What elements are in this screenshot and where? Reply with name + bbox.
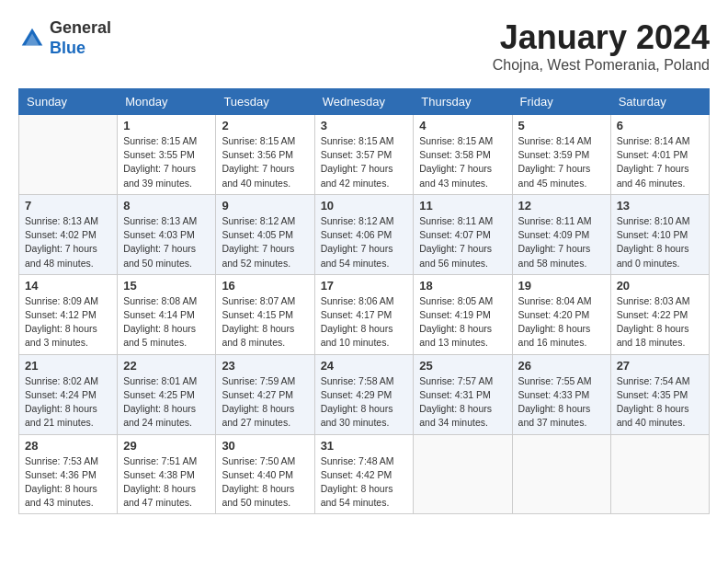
calendar-day-cell <box>414 434 512 514</box>
calendar-day-cell: 12Sunrise: 8:11 AM Sunset: 4:09 PM Dayli… <box>512 194 610 274</box>
day-info: Sunrise: 8:12 AM Sunset: 4:05 PM Dayligh… <box>222 214 308 270</box>
day-number: 24 <box>321 359 408 373</box>
calendar-day-cell <box>512 434 610 514</box>
calendar-day-cell: 16Sunrise: 8:07 AM Sunset: 4:15 PM Dayli… <box>216 274 314 354</box>
day-info: Sunrise: 8:15 AM Sunset: 3:56 PM Dayligh… <box>222 134 308 190</box>
calendar-week-row: 14Sunrise: 8:09 AM Sunset: 4:12 PM Dayli… <box>19 274 710 354</box>
calendar-day-cell: 26Sunrise: 7:55 AM Sunset: 4:33 PM Dayli… <box>512 354 610 434</box>
day-info: Sunrise: 8:09 AM Sunset: 4:12 PM Dayligh… <box>25 294 111 350</box>
day-info: Sunrise: 7:59 AM Sunset: 4:27 PM Dayligh… <box>222 374 308 431</box>
day-number: 14 <box>25 279 111 293</box>
day-info: Sunrise: 8:06 AM Sunset: 4:17 PM Dayligh… <box>321 294 408 350</box>
calendar-week-row: 1Sunrise: 8:15 AM Sunset: 3:55 PM Daylig… <box>19 115 710 195</box>
calendar-day-cell: 13Sunrise: 8:10 AM Sunset: 4:10 PM Dayli… <box>610 194 709 274</box>
day-number: 10 <box>321 199 408 213</box>
day-info: Sunrise: 8:01 AM Sunset: 4:25 PM Dayligh… <box>123 374 210 431</box>
day-number: 8 <box>123 199 210 213</box>
day-info: Sunrise: 7:53 AM Sunset: 4:36 PM Dayligh… <box>25 454 111 511</box>
day-info: Sunrise: 7:48 AM Sunset: 4:42 PM Dayligh… <box>321 454 408 511</box>
calendar-day-cell <box>610 434 709 514</box>
day-number: 3 <box>321 119 408 132</box>
day-number: 6 <box>617 119 703 132</box>
title-area: January 2024 Chojna, West Pomerania, Pol… <box>493 18 710 74</box>
day-number: 20 <box>617 279 703 293</box>
day-number: 23 <box>222 359 308 373</box>
day-info: Sunrise: 8:11 AM Sunset: 4:07 PM Dayligh… <box>419 214 506 270</box>
day-info: Sunrise: 8:15 AM Sunset: 3:57 PM Dayligh… <box>321 134 408 190</box>
day-number: 11 <box>419 199 506 213</box>
day-info: Sunrise: 7:57 AM Sunset: 4:31 PM Dayligh… <box>419 374 506 431</box>
calendar-table: SundayMondayTuesdayWednesdayThursdayFrid… <box>18 88 710 514</box>
day-number: 21 <box>25 359 111 373</box>
calendar-day-cell: 23Sunrise: 7:59 AM Sunset: 4:27 PM Dayli… <box>216 354 314 434</box>
day-number: 4 <box>419 119 506 132</box>
header: General Blue January 2024 Chojna, West P… <box>18 18 710 74</box>
weekday-header: Sunday <box>19 89 118 115</box>
day-number: 18 <box>419 279 506 293</box>
day-info: Sunrise: 7:54 AM Sunset: 4:35 PM Dayligh… <box>617 374 703 431</box>
calendar-day-cell: 7Sunrise: 8:13 AM Sunset: 4:02 PM Daylig… <box>19 194 118 274</box>
calendar-day-cell: 25Sunrise: 7:57 AM Sunset: 4:31 PM Dayli… <box>414 354 512 434</box>
calendar-day-cell: 10Sunrise: 8:12 AM Sunset: 4:06 PM Dayli… <box>314 194 414 274</box>
day-number: 30 <box>222 439 308 453</box>
logo: General Blue <box>18 18 111 58</box>
calendar-day-cell: 17Sunrise: 8:06 AM Sunset: 4:17 PM Dayli… <box>314 274 414 354</box>
day-number: 1 <box>123 119 210 132</box>
calendar-week-row: 7Sunrise: 8:13 AM Sunset: 4:02 PM Daylig… <box>19 194 710 274</box>
calendar-day-cell: 20Sunrise: 8:03 AM Sunset: 4:22 PM Dayli… <box>610 274 709 354</box>
weekday-header: Thursday <box>414 89 512 115</box>
calendar-day-cell: 24Sunrise: 7:58 AM Sunset: 4:29 PM Dayli… <box>314 354 414 434</box>
day-info: Sunrise: 8:03 AM Sunset: 4:22 PM Dayligh… <box>617 294 703 350</box>
day-info: Sunrise: 8:13 AM Sunset: 4:03 PM Dayligh… <box>123 214 210 270</box>
weekday-header: Monday <box>118 89 216 115</box>
calendar-day-cell: 11Sunrise: 8:11 AM Sunset: 4:07 PM Dayli… <box>414 194 512 274</box>
calendar-day-cell: 22Sunrise: 8:01 AM Sunset: 4:25 PM Dayli… <box>118 354 216 434</box>
calendar-day-cell: 18Sunrise: 8:05 AM Sunset: 4:19 PM Dayli… <box>414 274 512 354</box>
day-number: 16 <box>222 279 308 293</box>
day-number: 25 <box>419 359 506 373</box>
calendar-day-cell: 6Sunrise: 8:14 AM Sunset: 4:01 PM Daylig… <box>610 115 709 195</box>
day-info: Sunrise: 8:05 AM Sunset: 4:19 PM Dayligh… <box>419 294 506 350</box>
calendar-day-cell: 1Sunrise: 8:15 AM Sunset: 3:55 PM Daylig… <box>118 115 216 195</box>
day-number: 27 <box>617 359 703 373</box>
day-info: Sunrise: 8:13 AM Sunset: 4:02 PM Dayligh… <box>25 214 111 270</box>
weekday-header: Friday <box>512 89 610 115</box>
day-info: Sunrise: 7:58 AM Sunset: 4:29 PM Dayligh… <box>321 374 408 431</box>
day-info: Sunrise: 7:55 AM Sunset: 4:33 PM Dayligh… <box>518 374 605 431</box>
day-info: Sunrise: 7:51 AM Sunset: 4:38 PM Dayligh… <box>123 454 210 511</box>
weekday-header: Saturday <box>610 89 709 115</box>
calendar-day-cell: 3Sunrise: 8:15 AM Sunset: 3:57 PM Daylig… <box>314 115 414 195</box>
logo-icon <box>18 25 46 52</box>
calendar-week-row: 28Sunrise: 7:53 AM Sunset: 4:36 PM Dayli… <box>19 434 710 514</box>
calendar-day-cell: 29Sunrise: 7:51 AM Sunset: 4:38 PM Dayli… <box>118 434 216 514</box>
day-number: 13 <box>617 199 703 213</box>
day-number: 28 <box>25 439 111 453</box>
day-info: Sunrise: 8:14 AM Sunset: 3:59 PM Dayligh… <box>518 134 605 190</box>
day-number: 15 <box>123 279 210 293</box>
day-number: 19 <box>518 279 605 293</box>
day-info: Sunrise: 8:12 AM Sunset: 4:06 PM Dayligh… <box>321 214 408 270</box>
logo-text: General Blue <box>50 18 111 58</box>
calendar-day-cell: 4Sunrise: 8:15 AM Sunset: 3:58 PM Daylig… <box>414 115 512 195</box>
day-info: Sunrise: 7:50 AM Sunset: 4:40 PM Dayligh… <box>222 454 308 511</box>
calendar-day-cell: 28Sunrise: 7:53 AM Sunset: 4:36 PM Dayli… <box>19 434 118 514</box>
day-number: 22 <box>123 359 210 373</box>
calendar-day-cell: 30Sunrise: 7:50 AM Sunset: 4:40 PM Dayli… <box>216 434 314 514</box>
calendar-day-cell: 8Sunrise: 8:13 AM Sunset: 4:03 PM Daylig… <box>118 194 216 274</box>
day-info: Sunrise: 8:14 AM Sunset: 4:01 PM Dayligh… <box>617 134 703 190</box>
calendar-day-cell: 15Sunrise: 8:08 AM Sunset: 4:14 PM Dayli… <box>118 274 216 354</box>
day-info: Sunrise: 8:07 AM Sunset: 4:15 PM Dayligh… <box>222 294 308 350</box>
day-number: 12 <box>518 199 605 213</box>
day-number: 17 <box>321 279 408 293</box>
weekday-header: Wednesday <box>314 89 414 115</box>
location-subtitle: Chojna, West Pomerania, Poland <box>493 57 710 74</box>
day-number: 2 <box>222 119 308 132</box>
calendar-day-cell: 27Sunrise: 7:54 AM Sunset: 4:35 PM Dayli… <box>610 354 709 434</box>
day-number: 5 <box>518 119 605 132</box>
day-info: Sunrise: 8:08 AM Sunset: 4:14 PM Dayligh… <box>123 294 210 350</box>
calendar-day-cell: 2Sunrise: 8:15 AM Sunset: 3:56 PM Daylig… <box>216 115 314 195</box>
day-info: Sunrise: 8:02 AM Sunset: 4:24 PM Dayligh… <box>25 374 111 431</box>
day-info: Sunrise: 8:11 AM Sunset: 4:09 PM Dayligh… <box>518 214 605 270</box>
weekday-header-row: SundayMondayTuesdayWednesdayThursdayFrid… <box>19 89 710 115</box>
day-number: 29 <box>123 439 210 453</box>
